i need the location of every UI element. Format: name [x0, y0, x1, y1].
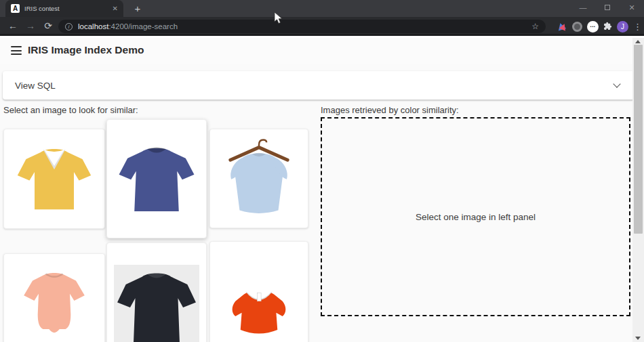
image-card-black-tee[interactable]	[106, 242, 207, 342]
image-card-yellow-tee[interactable]	[3, 129, 105, 229]
close-window-button[interactable]: ✕	[620, 0, 644, 15]
profile-avatar[interactable]: J	[617, 21, 628, 33]
minimize-button[interactable]: —	[571, 0, 595, 15]
image-card-blue-tee[interactable]	[106, 119, 207, 238]
new-tab-button[interactable]: +	[130, 2, 145, 16]
tab-title: IRIS contest	[24, 5, 108, 12]
view-sql-label: View SQL	[15, 81, 56, 91]
toolbar-extensions: ••• J ⋮	[557, 19, 640, 34]
image-black-tee	[114, 250, 199, 342]
tab-strip: A IRIS contest ✕ + — ✕	[0, 0, 644, 17]
reload-button[interactable]: ⟳	[39, 20, 57, 31]
results-placeholder-text: Select one image in left panel	[416, 212, 536, 222]
tab-close-icon[interactable]: ✕	[113, 5, 118, 12]
left-panel-label: Select an image to look for similar:	[3, 105, 138, 115]
browser-menu-icon[interactable]: ⋮	[633, 22, 640, 32]
extension-colorful-icon[interactable]	[557, 22, 567, 32]
extensions-puzzle-icon[interactable]	[603, 22, 612, 32]
app-page: IRIS Image Index Demo View SQL Select an…	[0, 38, 644, 342]
maximize-button[interactable]	[595, 0, 620, 15]
hamburger-menu-icon[interactable]	[11, 46, 22, 55]
image-yellow-tee	[11, 136, 98, 221]
extension-dots-icon[interactable]: •••	[587, 21, 599, 33]
app-header: IRIS Image Index Demo	[0, 38, 632, 64]
scroll-down-icon[interactable]	[635, 337, 641, 340]
browser-tab[interactable]: A IRIS contest ✕	[5, 0, 123, 17]
results-dropzone: Select one image in left panel	[321, 117, 630, 316]
image-blue-blouse	[217, 136, 301, 221]
browser-chrome: A IRIS contest ✕ + — ✕ ← → ⟳ i localhost…	[0, 0, 644, 38]
browser-toolbar: ← → ⟳ i localhost:4200/image-search ☆ ••…	[0, 17, 644, 36]
image-card-orange-crop-top[interactable]	[209, 241, 308, 342]
chevron-down-icon[interactable]	[613, 80, 620, 87]
bookmark-star-icon[interactable]: ☆	[531, 22, 539, 31]
tab-favicon-icon: A	[11, 4, 20, 13]
right-panel-label: Images retrieved by color similarity:	[321, 105, 459, 115]
image-blue-tee	[114, 127, 199, 231]
url-text: localhost:4200/image-search	[78, 22, 531, 30]
image-orange-crop-top	[217, 269, 301, 342]
mouse-cursor	[274, 12, 283, 25]
back-button[interactable]: ←	[4, 20, 22, 31]
extension-gray-icon[interactable]	[572, 22, 582, 32]
image-card-blue-blouse[interactable]	[209, 129, 308, 228]
page-scrollbar[interactable]	[632, 38, 644, 342]
address-bar[interactable]: i localhost:4200/image-search ☆	[58, 20, 546, 33]
site-info-icon[interactable]: i	[65, 23, 73, 30]
url-host: localhost	[78, 22, 108, 30]
image-peach-onesie	[11, 261, 98, 342]
scroll-up-icon[interactable]	[635, 40, 641, 43]
maximize-icon	[605, 5, 610, 10]
window-controls: — ✕	[571, 0, 644, 15]
image-card-peach-onesie[interactable]	[3, 253, 105, 342]
view-sql-expansion-panel[interactable]: View SQL	[3, 71, 635, 100]
url-path: :4200/image-search	[108, 22, 178, 30]
scrollbar-thumb[interactable]	[634, 45, 643, 234]
forward-button[interactable]: →	[22, 20, 39, 31]
page-title: IRIS Image Index Demo	[28, 44, 144, 56]
